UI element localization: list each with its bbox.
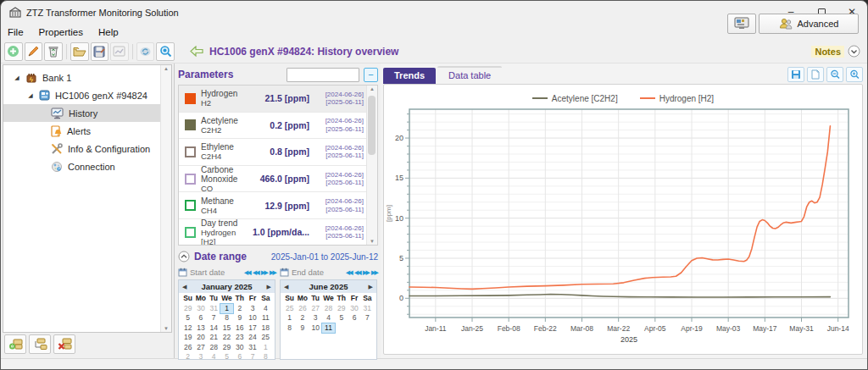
date-cell[interactable]: 28 [208,343,220,353]
date-cell[interactable]: 7 [208,313,220,323]
date-cell[interactable]: 25 [259,333,272,343]
nav-prev-icon[interactable]: ◀◀ [253,269,259,276]
scroll-down-icon[interactable]: ▼ [370,239,375,244]
menu-help[interactable]: Help [98,27,119,37]
date-cell[interactable]: 8 [283,323,296,334]
scroll-up-icon[interactable]: ▲ [370,86,375,91]
menu-properties[interactable]: Properties [39,27,83,37]
refresh-button[interactable] [136,42,155,61]
date-cell[interactable]: 5 [181,313,194,323]
date-cell[interactable]: 16 [233,323,246,334]
date-cell[interactable]: 3 [194,352,207,362]
tree-item-info-configuration[interactable]: Info & Configuration [3,140,171,157]
nav-prev-icon[interactable]: ◀◀ [354,269,360,276]
tree-item-device[interactable]: ◢ HC1006 genX #94824 [3,86,171,104]
date-cell[interactable]: 29 [181,304,194,314]
date-cell[interactable]: 10 [309,323,322,334]
date-cell[interactable]: 30 [194,304,207,314]
edit-button[interactable] [25,42,43,61]
advanced-button[interactable]: Advanced [759,14,859,34]
tree-item-alerts[interactable]: Alerts [3,122,171,140]
tab-trends[interactable]: Trends [383,68,436,84]
date-cell[interactable]: 2 [233,304,246,314]
nav-first-icon[interactable]: ◀◀ [244,269,250,276]
date-cell[interactable]: 31 [361,304,374,314]
expander-icon[interactable]: ◢ [27,92,34,99]
date-cell[interactable]: 7 [246,352,259,362]
next-month-icon[interactable]: ▶ [369,284,373,290]
date-cell[interactable]: 4 [259,304,272,314]
scroll-down-icon[interactable]: ▼ [164,326,169,331]
add-button[interactable] [4,42,23,61]
date-cell[interactable]: 14 [208,323,220,334]
date-cell[interactable]: 17 [246,323,259,334]
date-cell[interactable]: 8 [220,313,233,323]
date-cell[interactable]: 25 [283,304,296,314]
date-cell[interactable]: 18 [259,323,272,334]
collapse-panel-button[interactable]: − [364,68,378,82]
nav-next-icon[interactable]: ▶▶ [363,269,369,276]
save-button[interactable] [91,42,109,61]
date-cell[interactable]: 20 [194,333,207,343]
date-cell[interactable]: 6 [233,352,246,362]
scroll-up-icon[interactable]: ▲ [164,66,169,71]
remote-view-button[interactable] [727,14,756,34]
trend-chart[interactable]: 05101520Jan-11Jan-25Feb-08Feb-22Mar-08Ma… [384,104,862,354]
date-cell[interactable]: 1 [283,313,296,323]
tree-structure-button[interactable] [29,334,51,354]
date-cell[interactable]: 1 [259,343,272,353]
back-arrow-icon[interactable] [190,46,203,57]
date-cell[interactable]: 3 [309,313,322,323]
date-cell[interactable]: 24 [246,333,259,343]
date-cell[interactable]: 9 [233,313,246,323]
date-cell[interactable]: 3 [246,304,259,314]
parameters-search-input[interactable] [287,68,359,82]
date-cell[interactable]: 5 [335,313,348,323]
notes-expand-button[interactable] [848,45,860,58]
date-cell[interactable]: 12 [181,323,194,334]
nav-last-icon[interactable]: ▶▶ [371,269,377,276]
date-cell[interactable]: 30 [233,343,246,353]
date-cell[interactable]: 6 [348,313,360,323]
save-chart-button[interactable] [787,67,804,82]
menu-file[interactable]: File [8,27,24,37]
legend-item[interactable]: Hydrogen [H2] [640,92,714,104]
parameter-row[interactable]: Day trendHydrogen [H2]1.0 [ppm/da...[202… [179,219,366,246]
date-cell[interactable]: 31 [208,304,220,314]
report-button[interactable] [110,42,129,61]
date-cell[interactable]: 4 [322,313,335,323]
date-cell[interactable]: 23 [233,333,246,343]
date-cell[interactable]: 13 [194,323,207,334]
pan-zoom-button[interactable] [846,67,863,82]
parameter-row[interactable]: Carbone MonoxideCO466.0 [ppm][2024-06-26… [179,166,366,193]
nav-next-icon[interactable]: ▶▶ [261,269,267,276]
date-cell[interactable]: 9 [296,323,309,334]
date-cell[interactable]: 6 [194,313,207,323]
date-cell[interactable]: 26 [181,343,194,353]
selected-date-cell[interactable]: 11 [322,323,335,334]
delete-node-button[interactable] [53,334,75,354]
nav-first-icon[interactable]: ◀◀ [346,269,352,276]
tab-data-table[interactable]: Data table [437,66,502,84]
date-cell[interactable]: 26 [296,304,309,314]
date-cell[interactable]: 29 [335,304,348,314]
next-month-icon[interactable]: ▶ [267,284,271,290]
collapse-daterange-button[interactable] [178,251,190,262]
expander-icon[interactable]: ◢ [14,75,20,81]
date-cell[interactable]: 2 [181,352,194,362]
parameter-row[interactable]: AcetyleneC2H20.2 [ppm][2024-06-26][2025-… [179,113,366,140]
date-cell[interactable]: 31 [246,343,259,353]
date-cell[interactable]: 11 [259,313,272,323]
parameter-row[interactable]: EthyleneC2H40.8 [ppm][2024-06-26][2025-0… [179,139,366,166]
copy-chart-button[interactable] [807,67,824,82]
search-button[interactable] [156,42,175,61]
date-cell[interactable]: 27 [309,304,322,314]
parameter-row[interactable]: HydrogenH221.5 [ppm][2024-06-26][2025-06… [179,86,366,113]
date-cell[interactable]: 15 [220,323,233,334]
date-cell[interactable]: 21 [208,333,220,343]
date-cell[interactable]: 2 [296,313,309,323]
date-cell[interactable]: 30 [348,304,360,314]
recycle-bin-button[interactable] [44,42,63,61]
zoom-out-button[interactable] [826,67,843,82]
date-cell[interactable]: 22 [220,333,233,343]
